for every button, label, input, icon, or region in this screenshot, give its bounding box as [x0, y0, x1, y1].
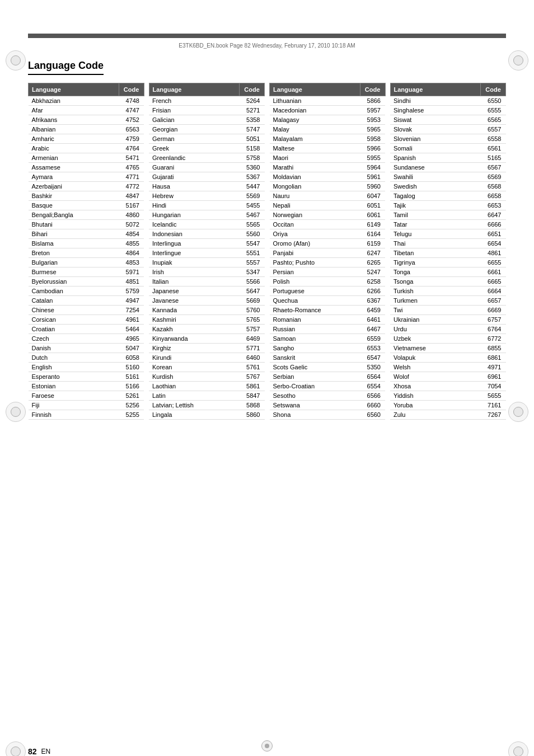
table-row: Persian5247	[270, 267, 386, 277]
language-name: Afar	[29, 106, 119, 115]
language-code: 5958	[360, 134, 385, 144]
language-code: 6565	[481, 115, 506, 125]
language-code: 4854	[119, 229, 144, 239]
language-code: 5747	[240, 125, 265, 134]
language-name: Gujarati	[149, 172, 240, 182]
table-row: Serbo-Croatian6554	[270, 382, 386, 391]
table-row: Rhaeto-Romance6459	[270, 306, 386, 315]
tables-container: Language Code Abkhazian4748Afar4747Afrik…	[28, 83, 506, 420]
table-row: Korean5761	[149, 363, 265, 372]
language-code: 6461	[360, 315, 385, 325]
language-name: Xhosa	[390, 382, 481, 391]
language-name: Czech	[29, 334, 119, 344]
language-code: 5761	[240, 363, 265, 372]
language-name: Slovak	[390, 125, 481, 134]
language-name: Bengali;Bangla	[29, 210, 119, 220]
language-code: 6564	[360, 372, 385, 382]
table-row: Amharic4759	[29, 134, 144, 144]
table-row: Slovenian6558	[390, 134, 506, 144]
language-code: 7267	[481, 410, 506, 420]
table-row: Norwegian6061	[270, 210, 386, 220]
table-row: Tonga6661	[390, 267, 506, 277]
language-code: 6757	[481, 315, 506, 325]
table4-code-header: Code	[481, 83, 506, 96]
table-row: Siswat6565	[390, 115, 506, 125]
language-code: 5467	[240, 210, 265, 220]
table-row: Italian5566	[149, 277, 265, 287]
table-row: Maori5955	[270, 153, 386, 163]
language-name: Laothian	[149, 382, 240, 391]
language-code: 7161	[481, 401, 506, 410]
table-row: Setswana6660	[270, 401, 386, 410]
table-row: Laothian5861	[149, 382, 265, 391]
language-code: 4864	[119, 248, 144, 258]
language-table-4: Language Code Sindhi6550Singhalese6555Si…	[390, 83, 507, 420]
language-name: Javanese	[149, 296, 240, 306]
language-name: Breton	[29, 248, 119, 258]
table-row: Volapuk6861	[390, 353, 506, 363]
language-name: Portuguese	[270, 287, 360, 296]
language-name: Tigrinya	[390, 258, 481, 267]
table-row: English5160	[29, 363, 144, 372]
table-row: Marathi5964	[270, 163, 386, 172]
table-row: Japanese5647	[149, 287, 265, 296]
language-name: Assamese	[29, 163, 119, 172]
language-code: 4771	[119, 172, 144, 182]
language-name: Basque	[29, 201, 119, 210]
language-name: Malagasy	[270, 115, 360, 125]
language-code: 6559	[360, 334, 385, 344]
language-name: Yiddish	[390, 391, 481, 401]
table-row: Kashmiri5765	[149, 315, 265, 325]
language-code: 5771	[240, 344, 265, 353]
language-code: 5971	[119, 267, 144, 277]
language-code: 6558	[481, 134, 506, 144]
language-name: Rhaeto-Romance	[270, 306, 360, 315]
table-row: Pashto; Pushto6265	[270, 258, 386, 267]
language-name: Arabic	[29, 144, 119, 153]
language-code: 5158	[240, 144, 265, 153]
table-row: Kazakh5757	[149, 325, 265, 334]
language-name: Latin	[149, 391, 240, 401]
language-code: 5759	[119, 287, 144, 296]
language-name: Estonian	[29, 382, 119, 391]
table-row: Hungarian5467	[149, 210, 265, 220]
language-code: 5367	[240, 172, 265, 182]
table-row: Byelorussian4851	[29, 277, 144, 287]
language-name: Ukrainian	[390, 315, 481, 325]
language-name: Afrikaans	[29, 115, 119, 125]
table-row: Malay5965	[270, 125, 386, 134]
language-code: 6772	[481, 334, 506, 344]
table-row: Turkmen6657	[390, 296, 506, 306]
table-row: Frisian5271	[149, 106, 265, 115]
language-name: Serbo-Croatian	[270, 382, 360, 391]
language-code: 5358	[240, 115, 265, 125]
language-name: Scots Gaelic	[270, 363, 360, 372]
language-name: Malay	[270, 125, 360, 134]
language-code: 5758	[240, 153, 265, 163]
language-name: Armenian	[29, 153, 119, 163]
language-name: Danish	[29, 344, 119, 353]
language-name: Indonesian	[149, 229, 240, 239]
language-code: 5271	[240, 106, 265, 115]
language-name: Faroese	[29, 391, 119, 401]
language-name: Samoan	[270, 334, 360, 344]
language-name: Tibetan	[390, 248, 481, 258]
language-name: Persian	[270, 267, 360, 277]
language-name: Turkmen	[390, 296, 481, 306]
table-row: Ukrainian6757	[390, 315, 506, 325]
language-name: Polish	[270, 277, 360, 287]
language-code: 5160	[119, 363, 144, 372]
top-bar	[28, 34, 506, 38]
language-name: Pashto; Pushto	[270, 258, 360, 267]
table-row: Bulgarian4853	[29, 258, 144, 267]
language-name: Welsh	[390, 363, 481, 372]
table-row: Turkish6664	[390, 287, 506, 296]
language-name: Urdu	[390, 325, 481, 334]
language-code: 4861	[481, 248, 506, 258]
table-row: Somali6561	[390, 144, 506, 153]
language-code: 6553	[360, 344, 385, 353]
language-code: 5866	[360, 96, 385, 106]
page-number: 82	[28, 747, 37, 756]
table-row: Telugu6651	[390, 229, 506, 239]
table-row: Bihari4854	[29, 229, 144, 239]
